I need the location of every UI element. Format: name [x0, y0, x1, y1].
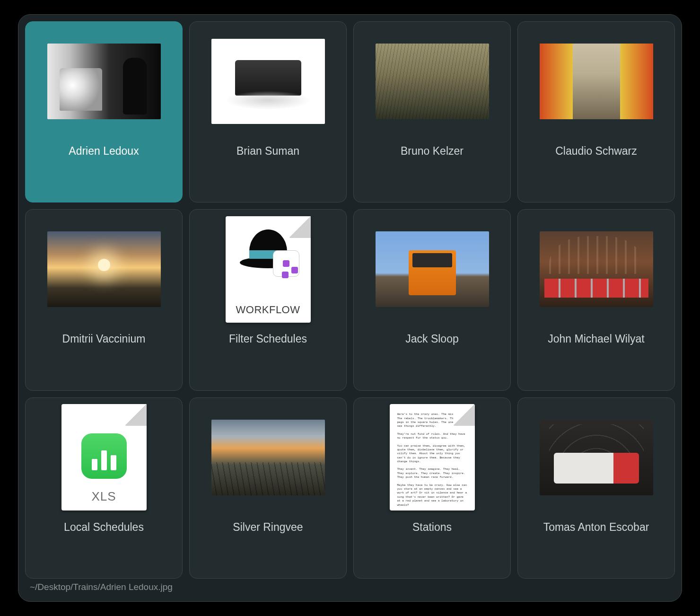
- status-path: ~/Desktop/Trains/Adrien Ledoux.jpg: [25, 579, 675, 596]
- text-file-icon: Here's to the crazy ones. The misfits. T…: [376, 410, 489, 505]
- grid-item[interactable]: Dmitrii Vaccinium: [25, 209, 183, 390]
- grid-item[interactable]: Adrien Ledoux: [25, 21, 183, 202]
- grid-item-label: Silver Ringvee: [233, 521, 303, 534]
- image-thumbnail: [47, 222, 161, 317]
- image-thumbnail: [47, 34, 161, 129]
- grid-item-label: Filter Schedules: [229, 333, 307, 345]
- grid-item[interactable]: Silver Ringvee: [189, 397, 347, 579]
- grid-item[interactable]: Tomas Anton Escobar: [517, 397, 675, 579]
- image-thumbnail: [211, 34, 325, 129]
- image-thumbnail: [540, 222, 653, 317]
- workflow-file-icon: WORKFLOW: [211, 222, 325, 317]
- image-thumbnail: [540, 410, 653, 505]
- grid-item-label: Claudio Schwarz: [555, 145, 637, 158]
- grid-item[interactable]: Claudio Schwarz: [517, 21, 675, 202]
- image-thumbnail: [211, 410, 325, 505]
- grid-item[interactable]: XLSLocal Schedules: [25, 397, 183, 579]
- grid-item[interactable]: WORKFLOWFilter Schedules: [189, 209, 347, 390]
- grid-item-label: Brian Suman: [236, 145, 299, 158]
- grid-item-label: Tomas Anton Escobar: [543, 521, 649, 534]
- xls-file-icon: XLS: [47, 410, 161, 505]
- grid-item-label: John Michael Wilyat: [548, 333, 645, 345]
- grid-item[interactable]: John Michael Wilyat: [517, 209, 675, 390]
- grid-item-label: Bruno Kelzer: [401, 145, 464, 158]
- grid-item[interactable]: Here's to the crazy ones. The misfits. T…: [353, 397, 511, 579]
- results-panel: Adrien LedouxBrian SumanBruno KelzerClau…: [18, 14, 682, 602]
- grid-item[interactable]: Bruno Kelzer: [353, 21, 511, 202]
- grid-item[interactable]: Brian Suman: [189, 21, 347, 202]
- grid-item-label: Local Schedules: [64, 521, 144, 534]
- grid-item-label: Stations: [412, 521, 452, 534]
- grid-item-label: Adrien Ledoux: [69, 145, 139, 158]
- grid-item[interactable]: Jack Sloop: [353, 209, 511, 390]
- grid-item-label: Dmitrii Vaccinium: [62, 333, 146, 345]
- image-thumbnail: [540, 34, 653, 129]
- results-grid: Adrien LedouxBrian SumanBruno KelzerClau…: [25, 21, 675, 579]
- image-thumbnail: [376, 222, 489, 317]
- grid-item-label: Jack Sloop: [405, 333, 459, 345]
- image-thumbnail: [376, 34, 489, 129]
